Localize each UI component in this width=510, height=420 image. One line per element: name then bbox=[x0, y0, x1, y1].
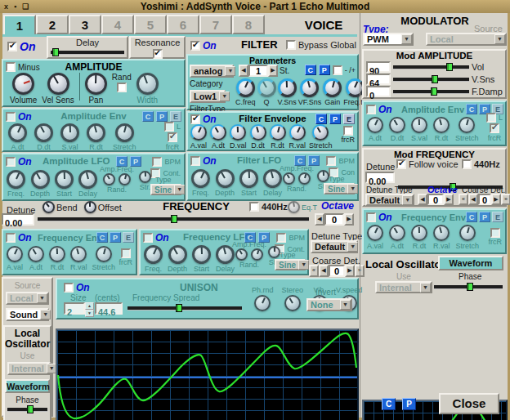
freq-env-on-checkbox[interactable] bbox=[6, 233, 16, 243]
tab-8[interactable]: 8 bbox=[232, 15, 265, 34]
copy-button[interactable]: C bbox=[305, 65, 316, 75]
spin-right-icon[interactable]: ▶ bbox=[444, 194, 454, 205]
voice-on-checkbox[interactable] bbox=[7, 42, 17, 51]
spin-left-icon[interactable]: ◀ bbox=[239, 65, 248, 77]
plusminus-checkbox[interactable] bbox=[333, 65, 342, 75]
resonance-checkbox[interactable] bbox=[153, 49, 163, 59]
knob[interactable] bbox=[236, 78, 255, 97]
spin-left-icon[interactable]: ◀ bbox=[315, 213, 324, 226]
mod-phase-slider[interactable] bbox=[434, 283, 503, 291]
filter-lfo-type-dropdown[interactable]: Sine▼ bbox=[324, 183, 355, 194]
lfo-rand-freq-knob[interactable] bbox=[119, 173, 131, 185]
knob[interactable] bbox=[7, 246, 23, 262]
unison-on-checkbox[interactable] bbox=[64, 283, 74, 293]
rand-checkbox[interactable] bbox=[117, 83, 127, 92]
mod-amp-env-frcr-checkbox[interactable] bbox=[490, 123, 499, 133]
knob[interactable] bbox=[459, 117, 475, 133]
knob[interactable] bbox=[411, 117, 427, 133]
edit-button[interactable]: E bbox=[170, 111, 181, 122]
unison-size-stepper[interactable]: ▲▼ bbox=[85, 302, 94, 317]
filter-env-frcr-checkbox[interactable] bbox=[343, 126, 353, 136]
knob[interactable] bbox=[239, 169, 258, 188]
tab-2[interactable]: 2 bbox=[36, 15, 69, 34]
knob[interactable] bbox=[216, 169, 235, 188]
mod-paste-button[interactable]: P bbox=[402, 398, 416, 410]
tab-6[interactable]: 6 bbox=[167, 15, 199, 34]
filter-stages-spinner[interactable]: ◀ 1 ▶ bbox=[239, 65, 278, 77]
knob[interactable] bbox=[389, 225, 405, 241]
detune-type-dropdown[interactable]: Default▼ bbox=[311, 240, 358, 253]
paste-button[interactable]: P bbox=[319, 65, 330, 75]
knob[interactable] bbox=[411, 225, 427, 241]
knob[interactable] bbox=[433, 117, 450, 133]
category-dropdown[interactable]: Low1▼ bbox=[190, 90, 226, 103]
copy-button[interactable]: C bbox=[466, 104, 477, 114]
knob[interactable] bbox=[96, 246, 112, 262]
knob[interactable] bbox=[7, 170, 25, 189]
mod-type-dropdown[interactable]: PWM▼ bbox=[363, 33, 414, 46]
lfo-stretch-knob[interactable] bbox=[139, 171, 151, 183]
knob[interactable] bbox=[323, 78, 342, 97]
spin-left-icon[interactable]: ◀ bbox=[319, 265, 329, 277]
knob[interactable] bbox=[254, 295, 271, 311]
knob[interactable] bbox=[278, 78, 297, 97]
knob[interactable] bbox=[230, 124, 246, 141]
mod-freq-env-frcr-checkbox[interactable] bbox=[490, 228, 500, 238]
bypass-global-checkbox[interactable] bbox=[286, 40, 296, 50]
tab-5[interactable]: 5 bbox=[134, 15, 167, 34]
mod-freq-env-on-checkbox[interactable] bbox=[366, 212, 376, 222]
filter-type-dropdown[interactable]: analog▼ bbox=[190, 65, 234, 78]
knob[interactable] bbox=[87, 123, 105, 142]
lfo-rand-amp-knob[interactable] bbox=[283, 172, 295, 185]
knob[interactable] bbox=[31, 170, 50, 189]
unison-spread-slider[interactable] bbox=[128, 304, 242, 312]
knob[interactable] bbox=[312, 124, 329, 141]
spin-last-icon[interactable]: » bbox=[501, 194, 510, 205]
knob[interactable] bbox=[284, 295, 301, 311]
detune-slider[interactable] bbox=[38, 215, 309, 223]
knob[interactable] bbox=[28, 246, 44, 262]
amp-lfo-on-checkbox[interactable] bbox=[6, 157, 16, 167]
tab-3[interactable]: 3 bbox=[69, 15, 101, 34]
source-dropdown[interactable]: Local▼ bbox=[6, 292, 49, 305]
knob[interactable] bbox=[367, 225, 383, 241]
knob[interactable] bbox=[257, 78, 276, 97]
mod-vol-slider[interactable] bbox=[393, 63, 469, 71]
knob[interactable] bbox=[168, 245, 187, 264]
knob[interactable] bbox=[367, 117, 383, 133]
filter-on-checkbox[interactable] bbox=[190, 41, 200, 51]
mod-source-dropdown[interactable]: Local▼ bbox=[426, 33, 507, 46]
copy-button[interactable]: C bbox=[315, 114, 327, 124]
delay-slider[interactable] bbox=[51, 48, 124, 56]
knob[interactable] bbox=[433, 225, 450, 241]
mod-vsns-slider[interactable] bbox=[393, 75, 469, 83]
knob[interactable] bbox=[144, 245, 163, 264]
env-linear-checkbox[interactable] bbox=[164, 122, 174, 132]
close-button[interactable]: Close bbox=[439, 393, 499, 414]
mod-use-dropdown[interactable]: Internal▼ bbox=[375, 281, 432, 293]
knob[interactable] bbox=[459, 225, 476, 241]
lfo-rand-freq-knob[interactable] bbox=[251, 248, 263, 261]
tab-4[interactable]: 4 bbox=[101, 15, 134, 34]
spin-left-icon[interactable]: ◀ bbox=[418, 194, 427, 205]
paste-button[interactable]: P bbox=[156, 111, 168, 122]
sound-dropdown[interactable]: Sound▼ bbox=[6, 308, 49, 321]
mod-copy-button[interactable]: C bbox=[382, 398, 396, 410]
knob[interactable] bbox=[78, 170, 97, 189]
mod-env-linear-checkbox[interactable] bbox=[486, 113, 496, 123]
spin-right-icon[interactable]: ▶ bbox=[344, 213, 354, 226]
paste-button[interactable]: P bbox=[110, 232, 121, 243]
amp-lfo-type-dropdown[interactable]: Sine▼ bbox=[150, 184, 181, 195]
knob[interactable] bbox=[192, 245, 211, 264]
copy-button[interactable]: C bbox=[96, 232, 108, 243]
spin-left-icon[interactable]: ◀ bbox=[468, 194, 478, 205]
unison-invert-dropdown[interactable]: None▼ bbox=[306, 298, 352, 311]
mod-440hz-checkbox[interactable] bbox=[462, 159, 472, 169]
freq-env-frcr-checkbox[interactable] bbox=[121, 248, 131, 258]
paste-button[interactable]: P bbox=[479, 212, 490, 222]
tab-1[interactable]: 1 bbox=[3, 15, 36, 37]
knob[interactable] bbox=[250, 124, 266, 141]
copy-button[interactable]: C bbox=[142, 111, 154, 122]
tab-7[interactable]: 7 bbox=[199, 15, 232, 34]
paste-button[interactable]: P bbox=[329, 114, 341, 124]
